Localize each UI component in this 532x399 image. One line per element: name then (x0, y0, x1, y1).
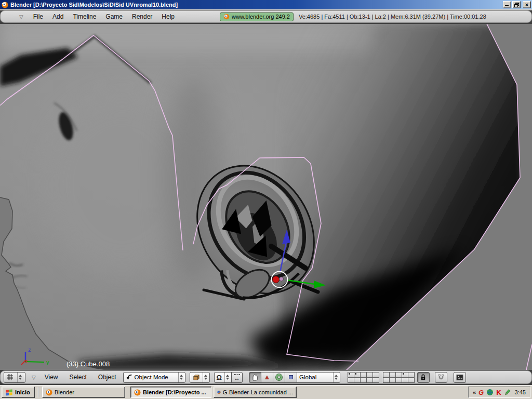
head-model (0, 24, 532, 370)
scale-manipulator-button[interactable] (285, 372, 297, 383)
axis-x-label: x (25, 358, 28, 364)
editor-type-button[interactable] (4, 372, 25, 383)
menu-file[interactable]: File (29, 13, 48, 20)
rotate-icon (276, 374, 282, 380)
orientation-label: Global (299, 374, 316, 380)
menu-add[interactable]: Add (48, 13, 68, 20)
layer-buttons-group2[interactable] (383, 372, 414, 382)
object-origin-dot (273, 276, 280, 283)
scene-statistics: Ve:4685 | Fa:4511 | Ob:13-1 | La:2 | Mem… (299, 14, 486, 20)
solid-draw-icon (192, 374, 200, 381)
minimize-button[interactable] (503, 1, 511, 8)
translate-manipulator-button[interactable]: ▲ (261, 372, 273, 383)
taskbar-item-blender[interactable]: Blender (42, 387, 125, 398)
tray-flashget-icon[interactable]: G (478, 389, 484, 396)
titlebar[interactable]: Blender [D:\Proyecto Sid\Modelos\SiD\Sid… (0, 0, 532, 9)
layer-buttons-group1[interactable] (348, 372, 379, 382)
draw-type-dropdown[interactable] (190, 372, 210, 383)
version-badge-label: www.blender.org 249.2 (232, 14, 290, 20)
axis-y-label: y (46, 359, 49, 365)
object-mode-icon (126, 374, 133, 381)
rotate-manipulator-button[interactable] (273, 372, 285, 383)
viewport-3d[interactable]: z y x (33) Cube.008 (0, 24, 532, 370)
taskbar-separator (38, 387, 39, 397)
manipulator-toggle-button[interactable] (249, 372, 261, 383)
manipulator-handle-button[interactable]: ↔ (231, 372, 243, 383)
cursor-dot (280, 277, 284, 281)
taskbar-clock: 3:45 (515, 389, 526, 395)
viewport-header: ▽ View Select Object Object Mode (0, 370, 532, 384)
axis-z-label: z (28, 347, 31, 353)
blender-logo-icon (223, 14, 230, 20)
blender-task-icon (46, 389, 52, 396)
tray-globe-icon[interactable] (486, 389, 494, 396)
menu-select[interactable]: Select (65, 374, 91, 381)
mode-dropdown-label: Object Mode (135, 374, 168, 380)
blender-window: Blender [D:\Proyecto Sid\Modelos\SiD\Sid… (0, 0, 532, 399)
active-object-label: (33) Cube.008 (66, 360, 110, 368)
orientation-dropdown[interactable]: Global (297, 372, 340, 383)
system-tray: « G K 3:45 (468, 387, 530, 398)
scale-icon (289, 375, 293, 379)
hand-icon (251, 374, 258, 381)
render-preview-button[interactable] (454, 372, 466, 383)
pivot-dropdown[interactable]: Ω (214, 372, 232, 383)
blender-version-badge: www.blender.org 249.2 (220, 12, 294, 21)
taskbar: Inicio Blender Blender [D:\Proyecto ... … (0, 385, 532, 399)
start-button[interactable]: Inicio (2, 387, 35, 398)
viewport-scene: z y x (33) Cube.008 (0, 24, 532, 370)
window-title: Blender [D:\Proyecto Sid\Modelos\SiD\Sid… (10, 2, 501, 8)
tray-kaspersky-icon[interactable]: K (496, 389, 501, 396)
viewport-editor-icon (6, 374, 14, 381)
lock-icon (420, 374, 427, 381)
move-widget-icon: ↔ (234, 374, 240, 381)
menu-timeline[interactable]: Timeline (68, 13, 101, 20)
tray-pencil-icon[interactable] (504, 389, 511, 396)
snap-button[interactable] (435, 372, 447, 383)
lock-view-button[interactable] (417, 372, 430, 383)
menu-view[interactable]: View (40, 374, 63, 381)
translate-icon: ▲ (264, 374, 270, 380)
menu-help[interactable]: Help (157, 13, 179, 20)
start-label: Inicio (15, 389, 30, 395)
restore-button[interactable] (512, 1, 521, 8)
blender-task-icon (134, 389, 141, 396)
mode-dropdown[interactable]: Object Mode (123, 372, 185, 383)
collapse-header-icon[interactable]: ▽ (32, 375, 36, 380)
taskbar-item-firefox[interactable]: G-Blender-La comunidad ... (214, 387, 297, 398)
magnet-icon (437, 374, 445, 381)
task-label: G-Blender-La comunidad ... (223, 389, 293, 395)
windows-logo-icon (5, 389, 13, 396)
task-label: Blender (55, 389, 74, 395)
menu-render[interactable]: Render (127, 13, 157, 20)
menu-object[interactable]: Object (94, 374, 121, 381)
collapse-menu-icon[interactable]: ▽ (19, 14, 23, 20)
tray-expand-chevron[interactable]: « (473, 389, 476, 395)
taskbar-item-blender-active[interactable]: Blender [D:\Proyecto ... (130, 387, 211, 398)
close-button[interactable]: × (523, 1, 531, 8)
firefox-icon (217, 389, 221, 396)
menu-game[interactable]: Game (101, 13, 127, 20)
pivot-icon: Ω (217, 374, 222, 381)
image-icon (456, 374, 463, 381)
minimize-icon (505, 5, 509, 6)
task-label: Blender [D:\Proyecto ... (143, 389, 206, 395)
blender-app-icon (2, 2, 8, 8)
main-menu-bar: ▽ File Add Timeline Game Render Help www… (0, 10, 532, 23)
